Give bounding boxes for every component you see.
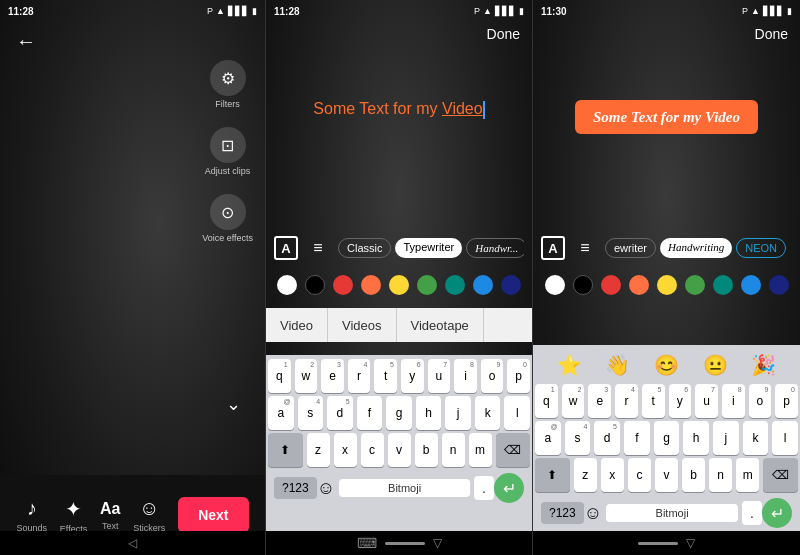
kb3-i[interactable]: 8i	[722, 384, 745, 418]
kb-a[interactable]: @a	[268, 396, 294, 430]
color-yellow-3[interactable]	[657, 275, 677, 295]
color-yellow[interactable]	[389, 275, 409, 295]
kb3-r[interactable]: 4r	[615, 384, 638, 418]
kb3-t[interactable]: 5t	[642, 384, 665, 418]
kb-x[interactable]: x	[334, 433, 357, 467]
color-red[interactable]	[333, 275, 353, 295]
kb3-j[interactable]: j	[713, 421, 739, 455]
autocomplete-videotape[interactable]: Videotape	[397, 308, 484, 342]
kb-symbols-button[interactable]: ?123	[274, 477, 317, 499]
font-tab-handwriting-3[interactable]: Handwriting	[660, 238, 732, 258]
kb-u[interactable]: 7u	[428, 359, 451, 393]
kb3-u[interactable]: 7u	[695, 384, 718, 418]
emoji-star[interactable]: ⭐	[557, 353, 582, 377]
kb3-d[interactable]: 5d	[594, 421, 620, 455]
kb-enter-button[interactable]: ↵	[494, 473, 524, 503]
color-orange[interactable]	[361, 275, 381, 295]
kb3-a[interactable]: @a	[535, 421, 561, 455]
color-teal-3[interactable]	[713, 275, 733, 295]
kb3-f[interactable]: f	[624, 421, 650, 455]
color-blue-3[interactable]	[741, 275, 761, 295]
font-tab-ewriter[interactable]: ewriter	[605, 238, 656, 258]
kb3-q[interactable]: 1q	[535, 384, 558, 418]
text-format-icon-3[interactable]: A	[541, 236, 565, 260]
done-button-3[interactable]: Done	[755, 26, 788, 42]
back-button[interactable]: ←	[16, 30, 36, 53]
kb-d[interactable]: 5d	[327, 396, 353, 430]
emoji-party[interactable]: 🎉	[751, 353, 776, 377]
kb3-enter-button[interactable]: ↵	[762, 498, 792, 528]
text-button[interactable]: Aa Text	[100, 500, 120, 531]
kb3-c[interactable]: c	[628, 458, 651, 492]
kb-shift[interactable]: ⬆	[268, 433, 303, 467]
color-green[interactable]	[417, 275, 437, 295]
kb3-h[interactable]: h	[683, 421, 709, 455]
kb-i[interactable]: 8i	[454, 359, 477, 393]
font-tab-classic[interactable]: Classic	[338, 238, 391, 258]
done-button-2[interactable]: Done	[487, 26, 520, 42]
kb3-v[interactable]: v	[655, 458, 678, 492]
sounds-button[interactable]: ♪ Sounds	[16, 497, 47, 533]
kb3-m[interactable]: m	[736, 458, 759, 492]
font-tab-neon[interactable]: NEON	[736, 238, 786, 258]
text-align-icon[interactable]: ≡	[304, 234, 332, 262]
kb-v[interactable]: v	[388, 433, 411, 467]
kb3-n[interactable]: n	[709, 458, 732, 492]
kb3-bitmoji-button[interactable]: Bitmoji	[606, 504, 738, 522]
kb3-k[interactable]: k	[743, 421, 769, 455]
kb-y[interactable]: 6y	[401, 359, 424, 393]
voice-effects-tool[interactable]: ⊙ Voice effects	[202, 194, 253, 243]
kb-t[interactable]: 5t	[374, 359, 397, 393]
kb3-b[interactable]: b	[682, 458, 705, 492]
kb-o[interactable]: 9o	[481, 359, 504, 393]
kb-n[interactable]: n	[442, 433, 465, 467]
kb-s[interactable]: 4s	[298, 396, 324, 430]
color-black-3[interactable]	[573, 275, 593, 295]
text-format-icon[interactable]: A	[274, 236, 298, 260]
next-button[interactable]: Next	[178, 497, 248, 533]
kb-e[interactable]: 3e	[321, 359, 344, 393]
color-blue[interactable]	[473, 275, 493, 295]
stickers-button[interactable]: ☺ Stickers	[133, 497, 165, 533]
color-black[interactable]	[305, 275, 325, 295]
kb3-g[interactable]: g	[654, 421, 680, 455]
effects-button[interactable]: ✦ Effects	[60, 497, 87, 534]
kb-b[interactable]: b	[415, 433, 438, 467]
kb3-e[interactable]: 3e	[588, 384, 611, 418]
color-darkblue[interactable]	[501, 275, 521, 295]
kb-bitmoji-button[interactable]: Bitmoji	[339, 479, 470, 497]
color-red-3[interactable]	[601, 275, 621, 295]
kb-r[interactable]: 4r	[348, 359, 371, 393]
kb3-w[interactable]: 2w	[562, 384, 585, 418]
color-white[interactable]	[277, 275, 297, 295]
kb3-symbols-button[interactable]: ?123	[541, 502, 584, 524]
color-teal[interactable]	[445, 275, 465, 295]
font-tab-handwriting[interactable]: Handwr...	[466, 238, 524, 258]
kb-emoji-button[interactable]: ☺	[317, 478, 335, 499]
kb-period-button[interactable]: .	[474, 476, 494, 500]
filters-tool[interactable]: ⚙ Filters	[210, 60, 246, 109]
kb-w[interactable]: 2w	[295, 359, 318, 393]
kb-l[interactable]: l	[504, 396, 530, 430]
kb3-delete[interactable]: ⌫	[763, 458, 798, 492]
autocomplete-video[interactable]: Video	[266, 308, 328, 342]
kb-m[interactable]: m	[469, 433, 492, 467]
kb3-period-button[interactable]: .	[742, 501, 762, 525]
color-green-3[interactable]	[685, 275, 705, 295]
adjust-clips-tool[interactable]: ⊡ Adjust clips	[205, 127, 251, 176]
kb3-z[interactable]: z	[574, 458, 597, 492]
emoji-wave[interactable]: 👋	[605, 353, 630, 377]
kb3-shift[interactable]: ⬆	[535, 458, 570, 492]
kb-p[interactable]: 0p	[507, 359, 530, 393]
emoji-neutral[interactable]: 😐	[703, 353, 728, 377]
kb3-l[interactable]: l	[772, 421, 798, 455]
kb3-p[interactable]: 0p	[775, 384, 798, 418]
chevron-down-icon[interactable]: ⌄	[226, 393, 241, 415]
kb-g[interactable]: g	[386, 396, 412, 430]
kb3-emoji-button[interactable]: ☺	[584, 503, 602, 524]
kb3-o[interactable]: 9o	[749, 384, 772, 418]
kb-c[interactable]: c	[361, 433, 384, 467]
color-orange-3[interactable]	[629, 275, 649, 295]
kb3-y[interactable]: 6y	[669, 384, 692, 418]
color-white-3[interactable]	[545, 275, 565, 295]
